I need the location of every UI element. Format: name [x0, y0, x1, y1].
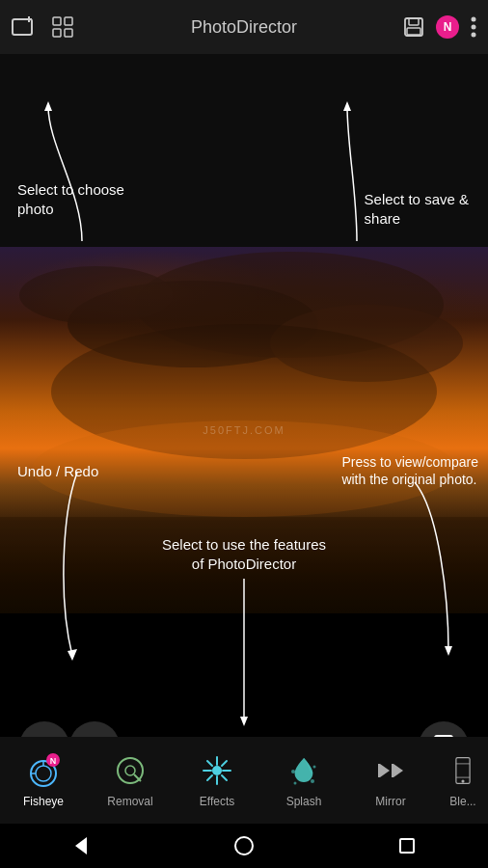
user-avatar[interactable]: N [436, 15, 459, 39]
back-nav-button[interactable] [57, 824, 105, 868]
svg-point-36 [212, 766, 222, 775]
svg-point-11 [472, 25, 476, 30]
save-button[interactable] [403, 16, 424, 38]
removal-icon [112, 752, 149, 789]
svg-rect-59 [400, 839, 414, 853]
svg-line-42 [222, 775, 227, 780]
mirror-icon [372, 752, 409, 789]
svg-point-48 [294, 782, 297, 785]
svg-point-47 [311, 779, 314, 783]
svg-point-34 [125, 766, 135, 775]
svg-marker-51 [393, 764, 403, 777]
home-nav-button[interactable] [220, 824, 268, 868]
svg-marker-57 [75, 837, 87, 854]
photo-area: J50FTJ.COM [0, 247, 488, 613]
watermark: J50FTJ.COM [203, 424, 285, 436]
svg-marker-22 [68, 649, 77, 661]
tool-effects[interactable]: Effects [174, 737, 260, 824]
splash-icon [285, 752, 322, 789]
recent-nav-button[interactable] [383, 824, 431, 868]
svg-point-56 [461, 779, 464, 782]
effects-icon [199, 752, 235, 789]
app-title: PhotoDirector [191, 17, 297, 38]
svg-point-12 [472, 33, 476, 38]
svg-rect-19 [0, 517, 488, 613]
tool-ble[interactable]: Ble... [434, 737, 488, 824]
svg-line-44 [207, 775, 212, 780]
svg-line-41 [207, 761, 212, 766]
svg-rect-8 [409, 18, 419, 25]
choose-photo-instruction: Select to choose photo [17, 180, 124, 218]
nav-bar [0, 824, 488, 868]
tool-fisheye[interactable]: N Fisheye [0, 737, 87, 824]
save-share-instruction: Select to save & share [365, 190, 469, 228]
fisheye-label: Fisheye [23, 795, 64, 808]
svg-rect-50 [392, 764, 393, 777]
svg-rect-53 [456, 758, 470, 784]
tool-removal[interactable]: Removal [87, 737, 174, 824]
more-button[interactable] [471, 16, 476, 38]
svg-rect-9 [407, 28, 420, 35]
svg-marker-49 [380, 764, 390, 777]
svg-rect-4 [65, 17, 72, 25]
top-bar-left [12, 16, 73, 38]
svg-point-58 [235, 837, 253, 854]
svg-rect-5 [53, 29, 61, 37]
top-bar-right: N [403, 15, 476, 39]
svg-rect-52 [378, 764, 380, 777]
svg-marker-23 [445, 646, 452, 656]
mirror-label: Mirror [375, 795, 405, 808]
instruction-top: Select to choose photo Select to save & … [0, 54, 488, 247]
svg-rect-6 [65, 29, 72, 37]
svg-point-28 [36, 766, 51, 781]
svg-point-45 [291, 770, 295, 773]
choose-photo-button[interactable] [12, 16, 37, 38]
removal-label: Removal [107, 795, 152, 808]
svg-line-43 [222, 761, 227, 766]
ble-icon [445, 752, 481, 789]
svg-text:N: N [50, 756, 57, 766]
splash-label: Splash [286, 795, 322, 808]
ble-label: Ble... [449, 795, 475, 808]
svg-point-10 [472, 17, 476, 22]
effects-label: Effects [200, 795, 234, 808]
svg-point-46 [313, 766, 316, 769]
svg-point-16 [19, 266, 174, 324]
bottom-tools: N Fisheye Removal [0, 737, 488, 824]
top-bar: PhotoDirector N [0, 0, 488, 54]
grid-button[interactable] [52, 16, 73, 38]
fisheye-icon: N [25, 752, 62, 789]
tool-mirror[interactable]: Mirror [347, 737, 434, 824]
photo-background: J50FTJ.COM [0, 247, 488, 613]
tool-splash[interactable]: Splash [260, 737, 347, 824]
svg-rect-3 [53, 17, 61, 25]
